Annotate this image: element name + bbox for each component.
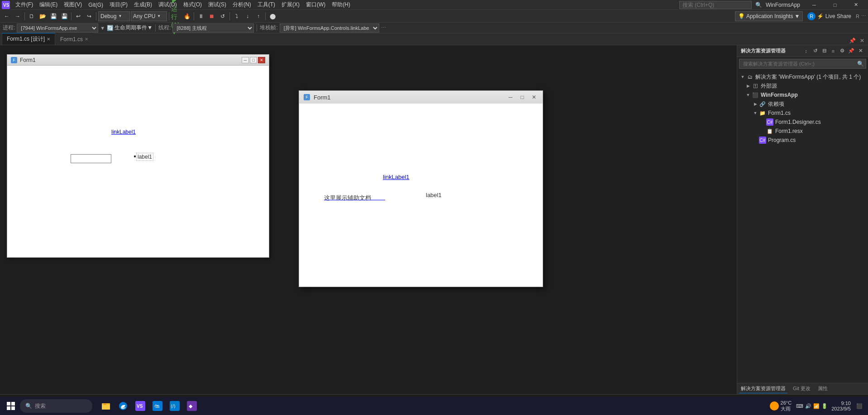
menu-help[interactable]: 帮助(H) [329,0,353,9]
runtime-titlebar[interactable]: F Form1 ─ □ ✕ [299,91,543,104]
taskbar-app-store[interactable]: 🛍 [149,398,166,414]
tab-form1-designer-close[interactable]: ✕ [47,37,50,42]
stop-btn[interactable]: ⏹ [207,11,217,21]
show-desktop-btn[interactable]: ⬛ [854,403,864,409]
se-sync-btn[interactable]: ↕ [802,47,810,55]
se-node-programcs[interactable]: C# Program.cs [737,136,868,145]
taskbar-app-explorer[interactable] [98,398,114,414]
tab-form1-designer[interactable]: Form1.cs [设计] ✕ [2,33,55,45]
toolbar-new-btn[interactable]: 🗋 [27,11,37,21]
designer-close-btn[interactable]: ✕ [258,57,265,63]
app-insights-button[interactable]: 💡 Application Insights ▼ [735,11,803,21]
se-node-external[interactable]: ▶ ⚿ 外部源 [737,81,868,90]
taskbar-app-vscode[interactable]: ⟨/⟩ [167,398,183,414]
start-button[interactable] [4,399,18,413]
taskbar-app-vs[interactable]: VS [132,398,148,414]
se-pin-btn[interactable]: 📌 [847,47,855,55]
menu-extensions[interactable]: 扩展(X) [279,0,302,9]
taskbar-clock[interactable]: 9:10 2023/9/5 [830,401,853,411]
se-search-input[interactable] [741,59,855,68]
lifecycle-button[interactable]: 🔄 生命周期事件▼ [107,24,153,32]
tab-form1-cs[interactable]: Form1.cs ✕ [55,33,93,45]
se-expand-deps[interactable]: ▶ [752,100,759,108]
tab-form1-cs-close[interactable]: ✕ [85,37,88,42]
menu-file[interactable]: 文件(F) [13,0,36,9]
se-node-solution[interactable]: ▼ 🗂 解决方案 'WinFormsApp' (1 个项目, 共 1 个) [737,72,868,81]
menu-edit[interactable]: 编辑(E) [37,0,60,9]
designer-textbox[interactable] [71,154,111,163]
toolbar-save-btn[interactable]: 💾 [48,11,58,21]
designer-titlebar[interactable]: F Form1 ─ □ ✕ [7,55,269,66]
close-button[interactable]: ✕ [845,0,866,10]
step-out-btn[interactable]: ↑ [253,11,263,21]
toolbar-forward-btn[interactable]: → [13,11,23,21]
menu-project[interactable]: 项目(P) [107,0,130,9]
se-filter-btn[interactable]: ≡ [829,47,837,55]
se-expand-project[interactable]: ▼ [744,91,752,99]
runtime-minimize-btn[interactable]: ─ [506,93,515,101]
runtime-linklabel[interactable]: linkLabel1 [383,174,410,180]
menu-window[interactable]: 窗口(W) [303,0,328,9]
se-node-form1designer[interactable]: C# Form1.Designer.cs [737,118,868,127]
taskbar-app-purple[interactable]: ◆ [184,398,200,414]
close-panel-btn[interactable]: ✕ [858,37,866,45]
thread-select[interactable]: [8288] 主线程 [172,24,254,33]
toolbar-undo-btn[interactable]: ↩ [73,11,83,21]
tray-icon-1[interactable]: ⌨ [796,403,803,409]
step-into-btn[interactable]: ↓ [243,11,253,21]
run-button[interactable]: ▶ 运行(A) ▼ [171,11,181,21]
tray-icon-battery[interactable]: 🔋 [821,403,828,409]
process-dropdown-arrow[interactable]: ▼ [100,25,105,31]
se-node-form1resx[interactable]: 📋 Form1.resx [737,127,868,136]
toolbar-back-btn[interactable]: ← [2,11,12,21]
se-close-btn[interactable]: ✕ [856,47,864,55]
pin-panel-btn[interactable]: 📌 [848,37,856,45]
se-tab-properties[interactable]: 属性 [816,384,830,393]
process-select[interactable]: [7944] WinFormsApp.exe [17,24,98,33]
minimize-button[interactable]: ─ [804,0,825,10]
stack-more-btn[interactable]: ⋯ [381,25,386,31]
breakpoints-btn[interactable]: ⬤ [267,11,277,21]
se-node-deps[interactable]: ▶ 🔗 依赖项 [737,99,868,108]
step-over-btn[interactable]: ⤵ [232,11,242,21]
toolbar-save-all-btn[interactable]: 💾 [59,11,69,21]
more-btn[interactable]: ⋯ [861,13,866,19]
hot-reload-btn[interactable]: 🔥 [182,11,192,21]
designer-minimize-btn[interactable]: ─ [242,57,249,63]
runtime-close-btn[interactable]: ✕ [530,93,538,101]
stack-select[interactable]: [异常] WinFormsApp.Controls.linkLabe... [280,24,379,33]
menu-format[interactable]: 格式(O) [181,0,205,9]
designer-linklabel[interactable]: linkLabel1 [111,129,136,135]
menu-search-input[interactable] [679,1,752,9]
se-tab-git[interactable]: Git 更改 [791,384,812,393]
menu-analyze[interactable]: 分析(N) [230,0,254,9]
se-expand-solution[interactable]: ▼ [739,73,746,80]
taskbar-weather[interactable]: 26°C 大雨 [767,398,795,414]
debug-mode-dropdown[interactable]: Debug ▼ [98,11,130,21]
cpu-target-dropdown[interactable]: Any CPU ▼ [131,11,167,21]
designer-label1[interactable]: label1 [136,153,153,161]
menu-test[interactable]: 测试(S) [205,0,229,9]
pause-btn[interactable]: ⏸ [196,11,206,21]
toolbar-open-btn[interactable]: 📂 [38,11,48,21]
maximize-button[interactable]: □ [825,0,845,10]
tray-icon-3[interactable]: 📶 [813,403,820,409]
se-refresh-btn[interactable]: ↺ [811,47,819,55]
taskbar-app-edge[interactable] [115,398,131,414]
toolbar-redo-btn[interactable]: ↪ [84,11,94,21]
designer-maximize-btn[interactable]: □ [250,57,257,63]
menu-tools[interactable]: 工具(T) [255,0,278,9]
se-tab-solution[interactable]: 解决方案资源管理器 [739,384,787,393]
taskbar-search[interactable]: 🔍 搜索 [20,399,92,413]
se-expand-form1cs[interactable]: ▼ [752,109,759,117]
tray-icon-2[interactable]: 🔊 [805,403,811,409]
menu-git[interactable]: Git(G) [86,1,106,9]
live-share-button[interactable]: R ⚡ Live Share [805,11,854,21]
runtime-maximize-btn[interactable]: □ [518,93,526,101]
se-node-project[interactable]: ▼ ⬛ WinFormsApp [737,90,868,99]
se-node-form1cs[interactable]: ▼ 📁 Form1.cs [737,108,868,118]
se-expand-external[interactable]: ▶ [744,82,752,90]
menu-view[interactable]: 视图(V) [61,0,85,9]
se-settings-btn[interactable]: ⚙ [838,47,846,55]
restart-btn[interactable]: ↺ [218,11,228,21]
